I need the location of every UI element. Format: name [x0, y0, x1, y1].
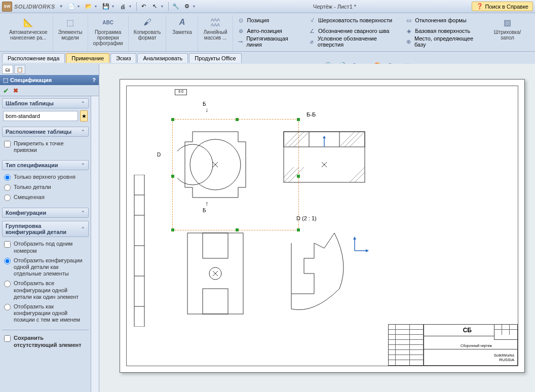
- tab-office[interactable]: Продукты Office: [189, 53, 241, 63]
- group-separate-radio[interactable]: Отобразить конфигурации одной детали как…: [3, 256, 88, 279]
- app-name: SOLIDWORKS: [14, 4, 55, 10]
- side-strip-view[interactable]: [132, 175, 147, 327]
- panel-title: ⬚ Спецификация ?: [0, 75, 99, 85]
- undo-button[interactable]: ↶: [139, 2, 149, 12]
- zone-marker: 8 0: [175, 89, 187, 95]
- section-configs[interactable]: Конфигурации⌃: [2, 208, 89, 218]
- document-title: Чертёж - Лист1 *: [198, 4, 472, 10]
- surface-icon: √: [308, 16, 316, 24]
- help-icon[interactable]: ?: [92, 77, 96, 83]
- property-tab[interactable]: 📋: [14, 65, 25, 74]
- help-search-box[interactable]: ❓ Поиск в Справке: [472, 2, 533, 11]
- section-bom-type[interactable]: Тип спецификации⌃: [2, 160, 89, 170]
- spell-check-button[interactable]: ABC Программапроверкиорфографии: [91, 15, 125, 47]
- svg-line-8: [345, 132, 360, 147]
- datum-target-icon: ⊕: [405, 37, 412, 46]
- auto-balloon-icon: ⊛: [237, 27, 245, 35]
- section-grouping[interactable]: Группировка конфигураций детали⌃: [2, 221, 89, 237]
- detail-view-d[interactable]: [284, 228, 355, 319]
- ribbon: 📐 Автоматическоенанесение ра... ⬚ Элемен…: [0, 13, 535, 52]
- dimension-icon: 📐: [22, 16, 35, 28]
- datum-button[interactable]: ◈Базовая поверхность: [403, 26, 482, 36]
- rebuild-button[interactable]: 🔧: [171, 2, 181, 12]
- options-button[interactable]: ⚙: [182, 2, 192, 12]
- hole-icon: ⌀: [308, 37, 316, 46]
- magnet-icon: ⊸: [237, 37, 245, 46]
- tab-evaluate[interactable]: Анализировать: [137, 53, 188, 63]
- svg-line-12: [289, 167, 304, 182]
- hatch-button[interactable]: ▨ Штриховка/запол: [487, 15, 528, 42]
- tab-view-layout[interactable]: Расположение вида: [2, 53, 65, 63]
- select-button[interactable]: ↖: [150, 2, 160, 12]
- type-parts-only-radio[interactable]: Только детали: [3, 182, 88, 192]
- surface-finish-button[interactable]: √Шероховатость поверхности: [306, 15, 399, 25]
- section-arrow-icon: ↓: [205, 106, 208, 113]
- main-menu-dropdown[interactable]: ▼: [59, 4, 63, 9]
- keep-missing-checkbox[interactable]: Сохранить отсутствующий элемент: [3, 333, 88, 349]
- svg-rect-17: [203, 289, 228, 314]
- auto-balloon-button[interactable]: ⊛Авто-позиция: [235, 26, 302, 36]
- gtol-icon: ▭: [405, 16, 413, 24]
- type-indented-radio[interactable]: Смещенная: [3, 192, 88, 203]
- group-one-item-radio[interactable]: Отобразить все конфигурации одной детали…: [3, 279, 88, 302]
- brush-icon: 🖌: [141, 16, 154, 28]
- section-arrow-icon: ↑: [205, 200, 208, 207]
- open-button[interactable]: 📂: [84, 2, 94, 12]
- ribbon-tabs: Расположение вида Примечание Эскиз Анали…: [0, 52, 535, 63]
- save-button[interactable]: 💾: [101, 2, 111, 12]
- note-button[interactable]: A Заметка: [169, 15, 195, 36]
- group-same-name-radio[interactable]: Отобразить как конфигурации одной позици…: [3, 302, 88, 325]
- panel-scrollbar[interactable]: [91, 96, 99, 392]
- titlebar: SW SOLIDWORKS ▼ 📄▾ 📂▾ 💾▾ 🖨▾ ↶ ↖▾ 🔧 ⚙▾ Че…: [0, 0, 535, 13]
- section-template[interactable]: Шаблон таблицы⌃: [2, 98, 89, 108]
- format-painter-button[interactable]: 🖌 Копироватьформат: [132, 15, 163, 42]
- balloon-icon: ⊙: [237, 16, 245, 24]
- svg-rect-19: [134, 175, 144, 327]
- drawing-canvas[interactable]: Б ↓ Б ↑ D Б-Б: [99, 64, 535, 392]
- linear-pattern-button[interactable]: AAAAAA Линейныймассив ...: [201, 15, 229, 42]
- section-layout[interactable]: Расположение таблицы⌃: [2, 127, 89, 137]
- detail-d-label: D: [157, 152, 161, 158]
- template-input[interactable]: [3, 111, 78, 121]
- section-view-bb[interactable]: [279, 122, 370, 192]
- cancel-button[interactable]: ✖: [13, 87, 18, 94]
- auto-dimension-button[interactable]: 📐 Автоматическоенанесение ра...: [7, 15, 50, 42]
- note-icon: A: [175, 16, 188, 28]
- magnetic-line-button[interactable]: ⊸Притягивающая линия: [235, 36, 302, 47]
- svg-rect-16: [203, 233, 228, 258]
- geometric-tolerance-button[interactable]: ▭Отклонения формы: [403, 15, 482, 25]
- tab-sketch[interactable]: Эскиз: [110, 53, 136, 63]
- ok-button[interactable]: ✔: [3, 87, 9, 95]
- svg-line-10: [284, 167, 294, 177]
- svg-line-5: [289, 132, 304, 147]
- model-items-button[interactable]: ⬚ Элементымодели: [56, 15, 85, 42]
- tab-annotation[interactable]: Примечание: [66, 53, 109, 63]
- svg-line-11: [284, 167, 299, 182]
- type-top-only-radio[interactable]: Только верхнего уровня: [3, 172, 88, 182]
- quick-access-toolbar: 📄▾ 📂▾ 💾▾ 🖨▾ ↶ ↖▾ 🔧 ⚙▾: [66, 2, 198, 12]
- hatch-icon: ▨: [501, 16, 514, 28]
- svg-line-13: [350, 167, 365, 182]
- solidworks-logo-icon: SW: [2, 2, 12, 12]
- pattern-icon: AAAAAA: [209, 16, 222, 28]
- spell-icon: ABC: [101, 16, 114, 28]
- front-view[interactable]: [177, 127, 253, 203]
- svg-point-1: [177, 144, 213, 185]
- view-triad-icon: [350, 236, 370, 256]
- attach-anchor-checkbox[interactable]: Прикрепить к точке привязки: [3, 139, 88, 155]
- property-manager-panel: 🗂 📋 ⬚ Спецификация ? ✔ ✖ Шаблон таблицы⌃…: [0, 64, 99, 392]
- weld-symbol-button[interactable]: ∠Обозначение сварного шва: [306, 26, 399, 36]
- balloon-button[interactable]: ⊙Позиция: [235, 15, 302, 25]
- new-doc-button[interactable]: 📄: [66, 2, 77, 12]
- datum-target-button[interactable]: ⊕Место, определяющее базу: [403, 36, 482, 47]
- print-button[interactable]: 🖨: [118, 2, 128, 12]
- top-view[interactable]: [177, 228, 253, 319]
- title-block[interactable]: СБ Сборочный чертеж SolidWorksRUSSIA: [388, 324, 518, 366]
- section-b-bottom: Б: [203, 208, 206, 213]
- detail-d-title: D (2 : 1): [296, 215, 317, 221]
- hole-callout-button[interactable]: ⌀Условное обозначение отверстия: [306, 36, 399, 47]
- browse-template-button[interactable]: ★: [80, 110, 88, 122]
- feature-tree-tab[interactable]: 🗂: [2, 65, 13, 74]
- group-one-number-checkbox[interactable]: Отобразить под одним номером: [3, 239, 88, 255]
- weld-icon: ∠: [308, 27, 316, 35]
